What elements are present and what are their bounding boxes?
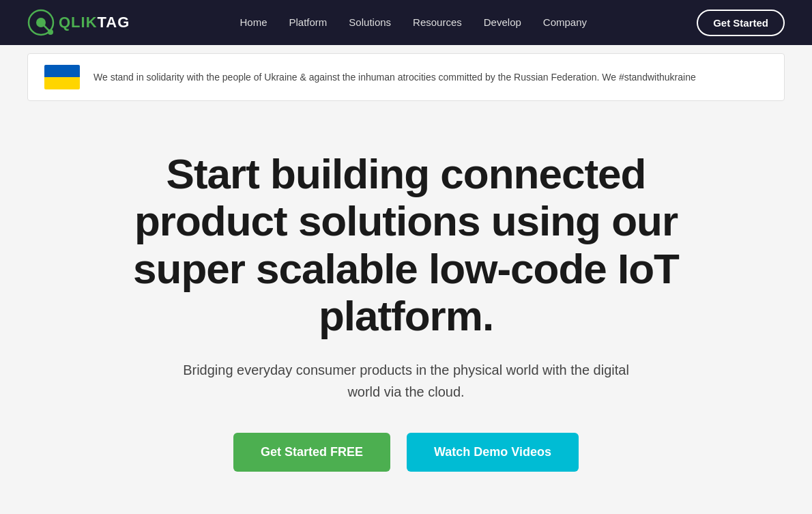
qliktag-logo-icon bbox=[27, 9, 55, 36]
nav-item-company[interactable]: Company bbox=[543, 16, 587, 29]
nav-link-platform[interactable]: Platform bbox=[289, 16, 328, 28]
nav-item-home[interactable]: Home bbox=[240, 16, 267, 29]
nav-item-solutions[interactable]: Solutions bbox=[349, 16, 391, 29]
ukraine-flag-yellow bbox=[44, 77, 80, 89]
ukraine-flag bbox=[44, 65, 80, 89]
logo-qlik: QLIK bbox=[59, 14, 98, 31]
nav-link-develop[interactable]: Develop bbox=[484, 16, 521, 28]
hero-section: Start building connected product solutio… bbox=[0, 109, 812, 514]
nav-link-company[interactable]: Company bbox=[543, 16, 587, 28]
nav-link-solutions[interactable]: Solutions bbox=[349, 16, 391, 28]
logo-tag: TAG bbox=[98, 14, 130, 31]
get-started-free-button[interactable]: Get Started FREE bbox=[233, 433, 390, 472]
logo-text: QLIKTAG bbox=[59, 14, 130, 31]
nav-item-platform[interactable]: Platform bbox=[289, 16, 328, 29]
nav-link-home[interactable]: Home bbox=[240, 16, 267, 28]
nav-item-develop[interactable]: Develop bbox=[484, 16, 521, 29]
svg-point-3 bbox=[48, 29, 53, 35]
get-started-button[interactable]: Get Started bbox=[697, 10, 785, 36]
logo-link[interactable]: QLIKTAG bbox=[27, 9, 130, 36]
main-nav: Home Platform Solutions Resources Develo… bbox=[240, 16, 587, 29]
hero-buttons: Get Started FREE Watch Demo Videos bbox=[109, 433, 703, 472]
hero-title: Start building connected product solutio… bbox=[109, 150, 703, 340]
ukraine-flag-blue bbox=[44, 65, 80, 77]
nav-item-resources[interactable]: Resources bbox=[413, 16, 462, 29]
page-wrapper: QLIKTAG Home Platform Solutions Resource… bbox=[0, 0, 812, 514]
ukraine-banner: We stand in solidarity with the people o… bbox=[27, 53, 785, 101]
ukraine-banner-text: We stand in solidarity with the people o… bbox=[93, 70, 696, 85]
hero-subtitle: Bridging everyday consumer products in t… bbox=[174, 359, 638, 403]
navbar: QLIKTAG Home Platform Solutions Resource… bbox=[0, 0, 812, 45]
nav-link-resources[interactable]: Resources bbox=[413, 16, 462, 28]
watch-demo-videos-button[interactable]: Watch Demo Videos bbox=[407, 433, 579, 472]
